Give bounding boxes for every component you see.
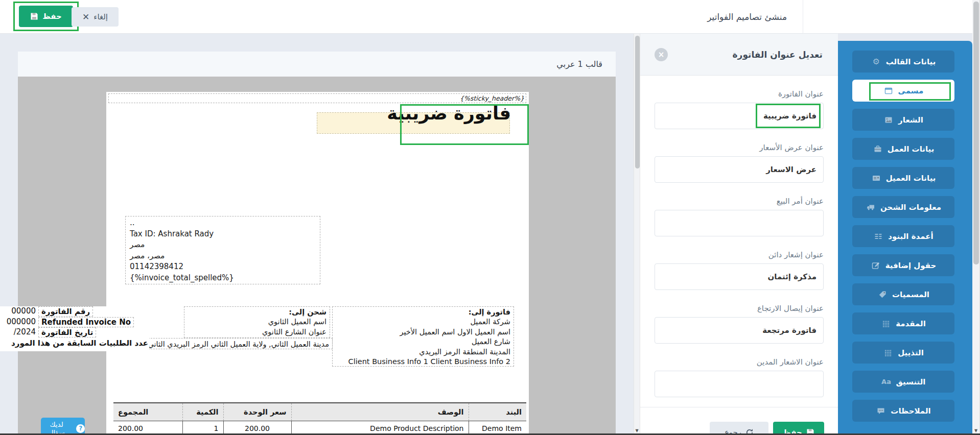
address-line: شارع العميل	[336, 337, 510, 347]
tag-icon	[877, 290, 888, 299]
invoice-meta-row: 000000Refunded Invoice No	[0, 317, 149, 327]
sidebar-item-label: المقدمة	[896, 319, 926, 328]
meta-value: 000000	[0, 317, 36, 327]
panel-title: تعديل عنوان الفاتورة	[640, 34, 838, 76]
bill-to-block[interactable]: فاتورة إلى:شركة العميلاسم العميل الاول ا…	[332, 306, 514, 367]
topbar-divider	[803, 0, 803, 34]
sidebar-item-client-data[interactable]: بيانات العميل	[852, 167, 954, 189]
field-wrapper	[655, 317, 824, 344]
sidebar-item-intro[interactable]: المقدمة	[852, 312, 954, 334]
table-cell: 200.00	[113, 421, 182, 435]
title-input-3[interactable]	[655, 263, 824, 290]
page-title: منشئ تصاميم الفواتير	[707, 0, 787, 34]
company-info-line: ..	[130, 218, 316, 229]
sidebar-item-label: أعمدة البنود	[888, 232, 933, 241]
x-icon: ✕	[82, 13, 89, 21]
cancel-button[interactable]: إلغاء ✕	[72, 7, 119, 27]
sidebar-item-label: مسمى	[898, 86, 924, 95]
page-scrollbar-thumb[interactable]	[973, 2, 979, 264]
table-header-cell: المجموع	[113, 403, 182, 421]
title-input-1[interactable]	[655, 156, 824, 183]
meta-label: Refunded Invoice No	[38, 317, 134, 327]
title-input-5[interactable]	[655, 371, 824, 397]
question-button[interactable]: ? لديك سؤال	[41, 418, 85, 435]
sticky-header-block[interactable]: {%sticky_header%}	[108, 93, 526, 103]
address-heading: فاتورة إلى:	[336, 307, 510, 317]
close-icon[interactable]: ×	[655, 48, 668, 61]
company-info-line: {%invoice_total_spelled%}	[130, 273, 316, 284]
panel-header: تعديل عنوان الفاتورة ×	[640, 34, 838, 76]
address-line: اسم العميل الاول اسم العميل الأخير	[336, 327, 510, 337]
items-table[interactable]: البندالوصفسعر الوحدةالكميةالمجموعDemo It…	[113, 402, 526, 435]
sidebar-item-label: معلومات الشحن	[880, 203, 941, 212]
floppy-icon	[30, 12, 38, 20]
field-label: عنوان عرض الأسعار	[655, 143, 824, 152]
save-button-highlight: حفظ	[13, 2, 79, 31]
invoice-page: {%sticky_header%} فاتورة ضريبية ..Tax ID…	[106, 92, 529, 435]
meta-label: تاريخ الفاتورة	[38, 327, 96, 337]
address-line: المدينة المنطقة الرمز البريدي	[336, 347, 510, 357]
save-button[interactable]: حفظ	[19, 6, 73, 27]
sidebar-item-label: حقول إضافية	[885, 261, 937, 270]
table-header-cell: سعر الوحدة	[223, 403, 291, 421]
field-label: عنوان أمر البيع	[655, 197, 824, 206]
id-card-icon	[871, 174, 881, 183]
sidebar-item-notes[interactable]: الملاحظات	[852, 400, 954, 422]
sidebar-item-extra-fields[interactable]: حقول إضافية	[852, 254, 954, 276]
field-wrapper	[655, 103, 824, 129]
cancel-button-label: إلغاء	[94, 12, 108, 21]
sidebar-item-formatting[interactable]: التنسيقAa	[852, 371, 954, 393]
sidebar-item-footer[interactable]: التذييل	[852, 342, 954, 364]
panel-scrollbar[interactable]: ▼	[634, 34, 640, 435]
invoice-title-highlight	[400, 104, 529, 145]
sidebar-item-name[interactable]: مسمى	[852, 80, 954, 102]
ship-to-long-line[interactable]: مدينة العميل الثاني, ولاية العميل الثاني…	[146, 338, 333, 349]
truck-icon	[866, 203, 876, 212]
sidebar-item-shipping-info[interactable]: معلومات الشحن	[852, 196, 954, 218]
sidebar-item-business-data[interactable]: بيانات العمل	[852, 138, 954, 160]
sidebar-item-label: بيانات القالب	[886, 57, 936, 66]
table-cell: 200.00	[223, 421, 291, 435]
table-cell: Demo Product Description	[291, 421, 469, 435]
field-label: عنوان الاشعار المدين	[655, 357, 824, 367]
sticky-header-text: {%sticky_header%}	[460, 94, 524, 103]
field-wrapper	[655, 263, 824, 290]
table-row: Demo ItemDemo Product Description200.001…	[113, 421, 526, 435]
sidebar-item-labels[interactable]: المسميات	[852, 283, 954, 305]
sidebar-item-item-columns[interactable]: أعمدة البنود	[852, 225, 954, 247]
ship-to-block[interactable]: شحن إلى:اسم العميل الثانويعنوان الشارع ا…	[184, 306, 330, 338]
sidebar-item-label: التنسيق	[896, 377, 926, 386]
page-scrollbar[interactable]: ▼	[972, 0, 980, 435]
panel-scrollbar-thumb[interactable]	[635, 36, 640, 168]
company-info-line: مصر، مصر	[130, 251, 316, 262]
title-input-0[interactable]	[655, 103, 824, 129]
title-input-2[interactable]	[655, 210, 824, 236]
briefcase-icon	[873, 144, 883, 154]
question-label: لديك سؤال	[41, 420, 72, 435]
company-info-block[interactable]: ..Tax ID: Ashrakat Radyمصرمصر، مصر011423…	[125, 216, 320, 284]
scroll-down-icon[interactable]: ▼	[972, 429, 979, 433]
title-input-4[interactable]	[655, 317, 824, 344]
image-icon	[883, 115, 894, 125]
template-name-bar: قالب 1 عربي	[18, 52, 616, 77]
comment-icon	[876, 406, 886, 416]
invoice-meta-row: /2024تاريخ الفاتورة	[0, 327, 149, 337]
preview-canvas: {%sticky_header%} فاتورة ضريبية ..Tax ID…	[18, 77, 616, 435]
field-wrapper	[655, 210, 824, 236]
company-info-line: 01142398412	[130, 261, 316, 273]
sidebar-item-logo[interactable]: الشعار	[852, 109, 954, 131]
template-name: قالب 1 عربي	[556, 59, 602, 69]
edit-panel: تعديل عنوان الفاتورة × عنوان الفاتورةعنو…	[640, 34, 838, 435]
address-line: Client Business Info 1 Client Business I…	[336, 357, 510, 367]
question-icon: ?	[76, 424, 85, 433]
company-info-line: مصر	[130, 239, 316, 251]
sidebar-item-label: بيانات العميل	[886, 174, 936, 183]
table-header-cell: الوصف	[291, 403, 469, 421]
invoice-meta-block[interactable]: 00000رقم الفاتورة000000Refunded Invoice …	[0, 306, 149, 351]
sidebar-item-template-data[interactable]: بيانات القالب⚙	[852, 51, 954, 72]
meta-label: رقم الفاتورة	[38, 306, 93, 317]
edit-icon	[871, 261, 881, 270]
meta-value: /2024	[0, 327, 36, 337]
address-line: شركة العميل	[336, 317, 510, 327]
scroll-down-icon[interactable]: ▼	[634, 429, 640, 433]
